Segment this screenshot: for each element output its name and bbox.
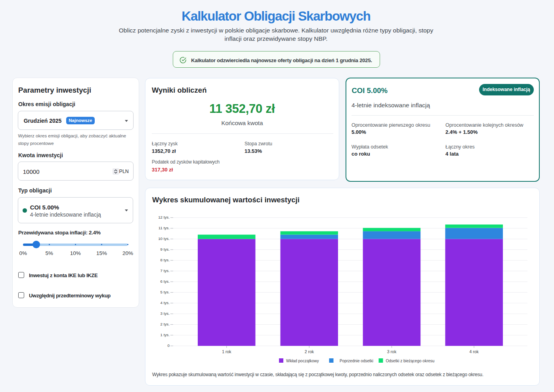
svg-text:1 rok: 1 rok	[222, 349, 231, 354]
svg-text:1 tys.: 1 tys.	[160, 333, 170, 337]
svg-text:3 tys.: 3 tys.	[160, 311, 170, 316]
svg-text:2 tys.: 2 tys.	[160, 322, 170, 326]
svg-text:2 rok: 2 rok	[305, 349, 314, 354]
svg-text:Wkład początkowy: Wkład początkowy	[286, 359, 319, 363]
svg-text:10 tys.: 10 tys.	[158, 236, 170, 241]
svg-text:12 tys.: 12 tys.	[158, 215, 170, 219]
svg-text:5 tys.: 5 tys.	[160, 290, 170, 294]
svg-text:9 tys.: 9 tys.	[160, 247, 170, 251]
svg-text:7 tys.: 7 tys.	[160, 268, 170, 273]
svg-text:4 rok: 4 rok	[470, 349, 479, 354]
svg-text:0: 0	[168, 343, 170, 348]
svg-text:6 tys.: 6 tys.	[160, 279, 170, 284]
svg-text:Poprzednie odsetki: Poprzednie odsetki	[340, 359, 373, 363]
svg-text:8 tys.: 8 tys.	[160, 258, 170, 262]
svg-text:11 tys.: 11 tys.	[159, 226, 170, 230]
svg-text:4 tys.: 4 tys.	[160, 301, 170, 305]
svg-text:Odsetki z bieżącego okresu: Odsetki z bieżącego okresu	[386, 359, 435, 363]
svg-text:3 rok: 3 rok	[387, 349, 397, 354]
